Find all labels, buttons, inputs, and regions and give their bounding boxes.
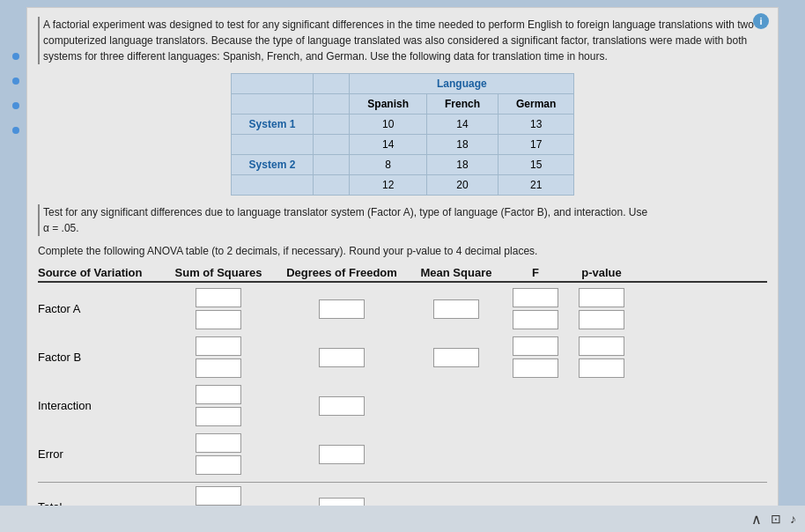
factor-b-p-input-2[interactable] <box>579 358 624 378</box>
factor-b-label: Factor B <box>38 351 161 364</box>
col-header-french: French <box>427 94 499 115</box>
system2-label: System 2 <box>231 155 314 175</box>
problem-paragraph: A factorial experiment was designed to t… <box>38 17 767 64</box>
s1-r2-spanish: 14 <box>350 135 427 155</box>
anova-row-factor-a: Factor A <box>38 288 767 329</box>
data-table-wrapper: Language Spanish French German System 1 … <box>38 73 767 196</box>
anova-row-interaction: Interaction <box>38 385 767 426</box>
s2-r2-spanish: 12 <box>350 175 427 196</box>
factor-b-ss-input-2[interactable] <box>196 358 241 378</box>
s1-r1-german: 13 <box>499 115 574 135</box>
factor-b-f-input-1[interactable] <box>513 336 558 356</box>
factor-a-df-input[interactable] <box>319 299 365 319</box>
error-df-input[interactable] <box>319 445 365 464</box>
error-label: Error <box>38 447 161 461</box>
instructions-block: Test for any significant differences due… <box>38 204 767 236</box>
s2-r1-german: 15 <box>499 155 574 175</box>
col-header-german: German <box>499 94 574 115</box>
total-ss-input-1[interactable] <box>196 486 241 506</box>
factor-a-label: Factor A <box>38 302 161 315</box>
factor-a-p-input-1[interactable] <box>579 288 624 307</box>
header-source: Source of Variation <box>38 266 161 279</box>
s1-r2-french: 18 <box>427 135 499 155</box>
factor-a-p-input-2[interactable] <box>579 310 624 329</box>
interaction-df-input[interactable] <box>319 396 365 416</box>
left-decoration <box>12 53 19 134</box>
s1-r1-spanish: 10 <box>350 115 427 135</box>
header-df: Degrees of Freedom <box>276 266 408 279</box>
alpha-text: α = .05. <box>43 222 79 234</box>
header-f: F <box>505 266 566 279</box>
info-icon[interactable]: i <box>753 13 769 29</box>
s2-r1-french: 18 <box>427 155 499 175</box>
error-ss-input-1[interactable] <box>196 433 241 453</box>
col-header-spanish: Spanish <box>350 94 427 115</box>
anova-header-row: Source of Variation Sum of Squares Degre… <box>38 266 767 283</box>
factor-b-df-input[interactable] <box>319 348 365 367</box>
factor-a-f-input-2[interactable] <box>513 310 558 329</box>
s1-r1-french: 14 <box>427 115 499 135</box>
anova-row-factor-b: Factor B <box>38 336 767 378</box>
factor-b-p-input-1[interactable] <box>579 336 624 356</box>
dot-2 <box>12 78 19 85</box>
factor-a-f-input-1[interactable] <box>513 288 558 307</box>
factor-b-f-input-2[interactable] <box>513 358 558 378</box>
interaction-ss-input-1[interactable] <box>196 385 241 404</box>
factor-b-ms-input[interactable] <box>433 348 479 367</box>
s2-r2-german: 21 <box>499 175 574 196</box>
header-ms: Mean Square <box>408 266 505 279</box>
factor-a-ss-input-1[interactable] <box>196 288 241 307</box>
screen-icon[interactable]: ⊡ <box>771 512 781 526</box>
interaction-ss-input-2[interactable] <box>196 407 241 426</box>
anova-table: Source of Variation Sum of Squares Degre… <box>38 266 767 528</box>
s2-r2-french: 20 <box>427 175 499 196</box>
factor-b-ss-input-1[interactable] <box>196 336 241 356</box>
language-header: Language <box>350 74 574 94</box>
dot-4 <box>12 127 19 134</box>
chevron-up-icon[interactable]: ∧ <box>751 511 762 528</box>
audio-icon[interactable]: ♪ <box>790 512 796 526</box>
error-ss-input-2[interactable] <box>196 455 241 475</box>
header-ss: Sum of Squares <box>161 266 276 279</box>
header-p: p-value <box>566 266 637 279</box>
bottom-bar: ∧ ⊡ ♪ <box>0 506 805 532</box>
system1-label: System 1 <box>231 115 314 135</box>
dot-1 <box>12 53 19 60</box>
s2-r1-spanish: 8 <box>350 155 427 175</box>
factor-a-ms-input[interactable] <box>433 299 479 319</box>
instructions1-text: Test for any significant differences due… <box>43 206 647 218</box>
s1-r2-german: 17 <box>499 135 574 155</box>
factor-a-ss-input-2[interactable] <box>196 310 241 329</box>
dot-3 <box>12 102 19 109</box>
interaction-label: Interaction <box>38 399 161 412</box>
anova-row-error: Error <box>38 433 767 475</box>
instructions2-text: Complete the following ANOVA table (to 2… <box>38 243 767 259</box>
data-table: Language Spanish French German System 1 … <box>231 73 575 196</box>
